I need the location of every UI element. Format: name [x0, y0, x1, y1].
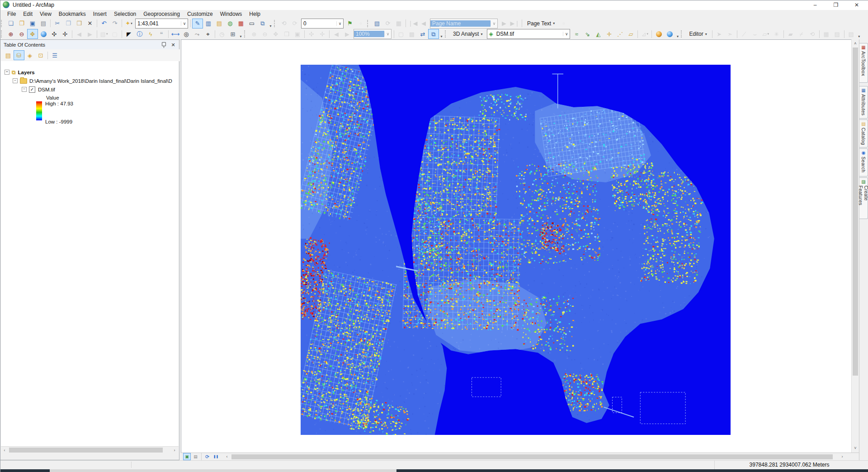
zoom-out-button[interactable]: ⊖ — [16, 29, 27, 39]
first-page-button[interactable]: ❘◀ — [407, 19, 418, 29]
scroll-up-icon[interactable]: ˄ — [853, 40, 858, 46]
map-vertical-scrollbar[interactable]: ˄ ˅ — [851, 39, 859, 460]
menu-insert[interactable]: Insert — [90, 10, 110, 18]
open-map-button[interactable]: ❐ — [16, 19, 27, 29]
layout-fixed-zoom-out-button[interactable]: ✢ — [317, 29, 328, 39]
redo-button[interactable]: ↷ — [109, 19, 120, 29]
back-extent-button[interactable]: ◀ — [74, 29, 85, 39]
forward-extent-button[interactable]: ▶ — [85, 29, 95, 39]
trace-button[interactable]: ▱▾ — [760, 29, 771, 39]
toc-horizontal-scrollbar[interactable]: ‹ › — [1, 446, 179, 453]
scroll-down-icon[interactable]: ˅ — [853, 445, 858, 451]
page-name-combo[interactable]: Page Name∨ — [430, 19, 498, 29]
menu-view[interactable]: View — [36, 10, 55, 18]
data-view-button[interactable]: ▣ — [183, 453, 191, 460]
maximize-button[interactable]: ❐ — [826, 0, 846, 10]
layout-go-back-button[interactable]: ◀ — [331, 29, 342, 39]
interpolate-polygon-button[interactable]: ▱ — [625, 29, 636, 39]
profile-graph-button[interactable]: ⊿▾ — [639, 29, 650, 39]
layout-zoom-100-button[interactable]: ▣ — [292, 29, 303, 39]
layout-zoom-whole-page-button[interactable]: ❒ — [281, 29, 292, 39]
close-button[interactable]: ✕ — [846, 0, 867, 10]
find-button[interactable]: ◎ — [181, 29, 192, 39]
dock-tab-search[interactable]: ◉Search — [859, 148, 868, 176]
list-by-visibility-button[interactable]: ◈ — [24, 50, 35, 60]
flag-button[interactable]: ⚑ — [344, 19, 355, 29]
save-map-button[interactable]: ▣ — [27, 19, 38, 29]
attributes-window-button[interactable]: ▦ — [821, 29, 832, 39]
scrollbar-thumb[interactable] — [9, 448, 163, 453]
menu-file[interactable]: File — [4, 10, 19, 18]
add-data-button[interactable]: ✦▾ — [123, 19, 134, 29]
copy-button[interactable]: ❐ — [63, 19, 74, 29]
table-of-contents-button[interactable]: ▥ — [203, 19, 214, 29]
collapse-icon[interactable]: − — [5, 70, 9, 75]
point-tool-button[interactable]: ✳ — [771, 29, 782, 39]
modelbuilder-button[interactable]: ⧉ — [257, 19, 268, 29]
toolbar-overflow-button[interactable]: ▾ — [238, 29, 243, 38]
pan-button[interactable]: ✥ — [27, 29, 38, 39]
zoom-in-button[interactable]: ⊕ — [5, 29, 16, 39]
refresh-view-button[interactable]: ⟳ — [203, 453, 211, 460]
arcscene-button[interactable] — [653, 29, 664, 39]
menu-help[interactable]: Help — [245, 10, 264, 18]
previous-page-button[interactable]: ◀ — [418, 19, 429, 29]
rotate-button[interactable]: ⟲ — [807, 29, 818, 39]
scroll-left-icon[interactable]: ‹ — [224, 454, 230, 460]
menu-selection[interactable]: Selection — [110, 10, 140, 18]
edit-tool-button[interactable]: ➤ — [714, 29, 725, 39]
scroll-right-icon[interactable]: › — [172, 448, 177, 453]
viewer-window-button[interactable]: ⊞ — [227, 29, 238, 39]
arcglobe-button[interactable] — [664, 29, 675, 39]
identify-button[interactable]: ⓘ — [134, 29, 145, 39]
toolbar-overflow-button[interactable]: ▾ — [439, 29, 444, 38]
sketch-properties-button[interactable]: ▨ — [832, 29, 843, 39]
toc-options-button[interactable]: ☰ — [49, 50, 60, 60]
catalog-window-button[interactable]: ▤ — [214, 19, 225, 29]
list-by-selection-button[interactable]: ⊡ — [35, 50, 46, 60]
blank-button-1[interactable]: ▫ — [355, 19, 366, 29]
pause-drawing-button[interactable]: ❚❚ — [212, 453, 220, 460]
line-of-sight-button[interactable]: ◭ — [593, 29, 604, 39]
create-features-window-button[interactable]: ▧ — [846, 29, 857, 39]
map-scale-combo[interactable]: 1:43,041∨ — [135, 19, 188, 29]
editor-dropdown[interactable]: Editor▾ — [685, 29, 710, 39]
toc-close-icon[interactable]: ✕ — [169, 42, 177, 48]
toolbar-overflow-button[interactable]: ▾ — [675, 29, 680, 38]
layout-zoom-in-button[interactable]: ⊕ — [249, 29, 259, 39]
endpoint-arc-button[interactable]: ⌣ — [750, 29, 760, 39]
edit-annotation-tool-button[interactable]: ➣ — [725, 29, 736, 39]
scrollbar-thumb[interactable] — [231, 454, 833, 459]
clear-selection-button[interactable]: ▢ — [109, 29, 120, 39]
collapse-icon[interactable]: − — [22, 87, 27, 92]
time-slider-button[interactable]: ◷ — [217, 29, 227, 39]
layout-pan-button[interactable]: ✥ — [270, 29, 281, 39]
blank-button-2[interactable]: ▫ — [558, 19, 569, 29]
print-button[interactable]: ▤ — [38, 19, 49, 29]
tree-root-label[interactable]: Layers — [18, 70, 35, 75]
change-layout-button[interactable]: ⇄ — [417, 29, 428, 39]
group-layer-label[interactable]: D:\Amany's Work_2018\Darin Island_final\… — [29, 78, 172, 84]
layer-name-label[interactable]: DSM.tif — [38, 87, 55, 92]
interpolate-line-button[interactable]: ⋰ — [614, 29, 625, 39]
toolbar-overflow-button[interactable]: ▾ — [268, 19, 273, 28]
straight-segment-button[interactable]: ⟋ — [739, 29, 750, 39]
list-by-source-button[interactable]: ⛁ — [14, 50, 24, 60]
menu-bookmarks[interactable]: Bookmarks — [55, 10, 90, 18]
new-map-button[interactable]: ❏ — [5, 19, 16, 29]
arctoolbox-button[interactable]: ▦ — [236, 19, 246, 29]
search-window-button[interactable]: ◍ — [225, 19, 236, 29]
pin-icon[interactable] — [160, 41, 167, 48]
paste-button[interactable]: ❒ — [74, 19, 85, 29]
mini-value-combo[interactable]: 0∨ — [301, 19, 344, 29]
scroll-left-icon[interactable]: ‹ — [2, 448, 7, 453]
layout-zoom-combo[interactable]: 100%∨ — [354, 29, 392, 39]
ddp-page-table-button[interactable]: ▦ — [393, 19, 404, 29]
python-window-button[interactable]: ▭ — [246, 19, 257, 29]
ddp-refresh-button[interactable]: ⟳ — [382, 19, 393, 29]
dsm-raster-map[interactable] — [301, 65, 731, 435]
cut-polygons-button[interactable]: ▰ — [785, 29, 796, 39]
layout-view-button[interactable]: ▤ — [192, 453, 199, 460]
layout-go-forward-button[interactable]: ▶ — [342, 29, 353, 39]
go-to-xy-button[interactable]: ⌖ — [203, 29, 213, 39]
